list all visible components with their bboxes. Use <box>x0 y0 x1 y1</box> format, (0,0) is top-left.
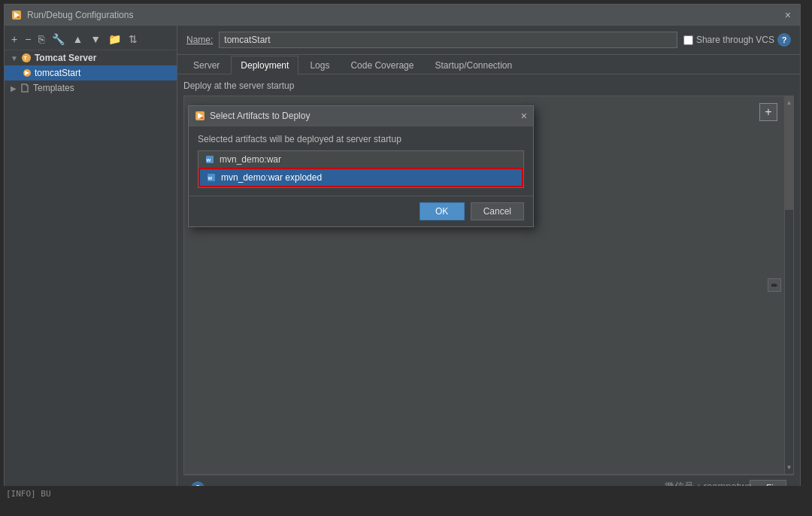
wrench-button[interactable]: 🔧 <box>50 32 67 47</box>
svg-text:W: W <box>207 158 211 162</box>
modal-dialog: Select Artifacts to Deploy × Selected ar… <box>188 105 534 227</box>
modal-footer: OK Cancel <box>189 196 533 226</box>
up-button[interactable]: ▲ <box>70 32 85 47</box>
add-config-button[interactable]: + <box>9 32 20 47</box>
tab-deployment[interactable]: Deployment <box>231 56 298 74</box>
tomcat-server-label: Tomcat Server <box>35 53 96 63</box>
artifact-war-exploded-label: mvn_demo:war exploded <box>221 172 322 183</box>
artifact-item-war[interactable]: W mvn_demo:war <box>198 151 523 168</box>
remove-config-button[interactable]: − <box>23 32 33 47</box>
tabs-bar: Server Deployment Logs Code Coverage Sta… <box>177 55 800 74</box>
sidebar-item-tomcat-server[interactable]: ▼ T Tomcat Server <box>5 50 177 65</box>
tab-server[interactable]: Server <box>183 56 229 74</box>
tomcat-start-label: tomcatStart <box>35 68 80 78</box>
modal-icon <box>195 111 205 121</box>
scrollbar-thumb[interactable] <box>785 96 793 210</box>
tab-startup-connection[interactable]: Startup/Connection <box>425 56 522 74</box>
share-vcs-help[interactable]: ? <box>777 33 791 47</box>
svg-text:T: T <box>23 56 27 61</box>
down-button[interactable]: ▼ <box>88 32 103 47</box>
name-input[interactable] <box>219 32 677 48</box>
modal-close-button[interactable]: × <box>521 110 527 122</box>
tree-arrow-tomcat: ▼ <box>11 54 18 62</box>
sidebar: + − ⎘ 🔧 ▲ ▼ 📁 ⇅ ▼ T Tomcat Server <box>5 26 177 507</box>
modal-body: Selected artifacts will be deployed at s… <box>189 126 533 196</box>
modal-title-left: Select Artifacts to Deploy <box>195 111 310 121</box>
share-vcs-label: Share through VCS <box>696 35 774 45</box>
artifact-war-label: mvn_demo:war <box>220 154 281 165</box>
close-button[interactable]: × <box>782 9 794 21</box>
window-title: Run/Debug Configurations <box>27 10 133 20</box>
name-row: Name: Share through VCS ? <box>177 26 800 55</box>
tree-arrow-templates: ▶ <box>11 84 17 93</box>
modal-title-bar: Select Artifacts to Deploy × <box>189 106 533 126</box>
deploy-label: Deploy at the server startup <box>183 80 794 91</box>
title-bar: Run/Debug Configurations × <box>5 5 800 26</box>
copy-config-button[interactable]: ⎘ <box>36 32 47 47</box>
templates-label: Templates <box>33 83 74 93</box>
scrollbar-track[interactable]: ▲ ▼ <box>784 96 793 474</box>
title-bar-left: Run/Debug Configurations <box>11 9 133 21</box>
console-text: [INFO] BU <box>6 489 51 499</box>
edit-button[interactable]: ✏ <box>768 278 781 292</box>
tab-logs[interactable]: Logs <box>300 56 339 74</box>
sort-button[interactable]: ⇅ <box>126 32 140 47</box>
sidebar-toolbar: + − ⎘ 🔧 ▲ ▼ 📁 ⇅ <box>5 29 177 50</box>
modal-subtitle: Selected artifacts will be deployed at s… <box>198 134 524 144</box>
war-exploded-icon: W <box>206 172 217 183</box>
right-panel: Name: Share through VCS ? Server Deploym… <box>177 26 800 507</box>
share-vcs-container: Share through VCS ? <box>683 33 791 47</box>
svg-text:W: W <box>208 176 213 181</box>
tomcat-server-icon: T <box>21 53 32 63</box>
console-area: [INFO] BU <box>0 486 812 516</box>
modal-cancel-button[interactable]: Cancel <box>471 202 524 220</box>
main-content: + − ⎘ 🔧 ▲ ▼ 📁 ⇅ ▼ T Tomcat Server <box>5 26 800 507</box>
share-vcs-checkbox[interactable] <box>683 35 693 45</box>
modal-title-text: Select Artifacts to Deploy <box>210 111 310 121</box>
modal-ok-button[interactable]: OK <box>420 202 465 220</box>
artifact-item-war-exploded[interactable]: W mvn_demo:war exploded <box>198 168 523 187</box>
name-label: Name: <box>186 35 213 45</box>
tab-code-coverage[interactable]: Code Coverage <box>341 56 423 74</box>
sidebar-item-tomcat-start[interactable]: tomcatStart <box>5 65 177 80</box>
scroll-arrows: ▲ <box>785 99 793 106</box>
main-dialog: Run/Debug Configurations × + − ⎘ 🔧 ▲ ▼ 📁… <box>4 4 801 508</box>
tomcat-start-icon <box>23 68 32 77</box>
side-action-buttons: ✏ <box>768 278 781 292</box>
sidebar-item-templates[interactable]: ▶ Templates <box>5 80 177 96</box>
add-artifact-button[interactable]: + <box>759 103 777 121</box>
svg-rect-2 <box>17 17 20 18</box>
folder-button[interactable]: 📁 <box>106 32 123 47</box>
svg-rect-9 <box>201 117 203 119</box>
run-debug-icon <box>11 9 23 21</box>
scroll-bottom: ▼ <box>785 464 793 471</box>
artifact-list: W mvn_demo:war W mvn_demo:war exploded <box>198 150 524 188</box>
templates-icon <box>20 83 30 93</box>
war-icon: W <box>205 154 215 165</box>
